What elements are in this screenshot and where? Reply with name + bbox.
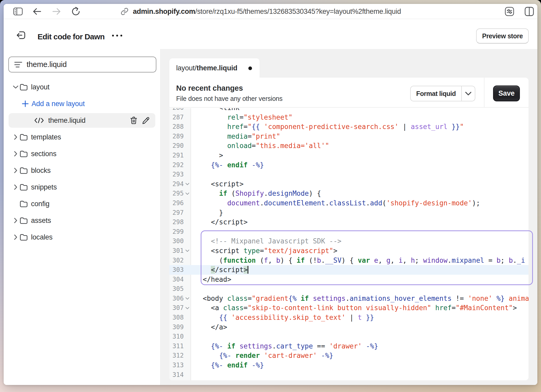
sidebar-folder-config[interactable]: config — [4, 195, 160, 212]
code-line-298[interactable]: 298 </script> — [169, 217, 528, 227]
line-content: } — [191, 208, 528, 218]
line-content: <a class="skip-to-content-link button vi… — [191, 303, 528, 313]
dot-icon — [116, 35, 118, 36]
chevron-right-icon[interactable] — [12, 168, 19, 173]
chevron-right-icon[interactable] — [12, 151, 19, 157]
code-line-313[interactable]: 313 {%- endif -%} — [169, 360, 528, 370]
format-options-button[interactable] — [462, 86, 475, 101]
chevron-right-icon[interactable] — [12, 218, 19, 223]
file-tree: layoutAdd a new layouttheme.liquidtempla… — [4, 79, 160, 246]
fold-toggle[interactable] — [184, 246, 191, 256]
code-line-287[interactable]: 287 rel="stylesheet" — [169, 113, 528, 122]
line-number: 311 — [169, 341, 184, 351]
sidebar-folder-templates[interactable]: templates — [4, 129, 160, 145]
fold-toggle[interactable] — [184, 294, 191, 303]
fold-toggle[interactable] — [184, 303, 191, 313]
add-new-layout-link[interactable]: Add a new layout — [4, 95, 160, 112]
page-settings-button[interactable] — [502, 4, 517, 19]
filter-icon — [14, 61, 22, 68]
code-line-312[interactable]: 312 {%- render 'cart-drawer' -%} — [169, 351, 528, 360]
sidebar-folder-snippets[interactable]: snippets — [4, 179, 160, 195]
format-liquid-button[interactable]: Format liquid — [411, 86, 462, 101]
code-editor[interactable]: 286 <link287 rel="stylesheet"288 href="{… — [169, 108, 528, 380]
sidebar-folder-locales[interactable]: locales — [4, 229, 160, 246]
sidebar-folder-blocks[interactable]: blocks — [4, 162, 160, 179]
line-content: (function (f, b) { if (!b.__SV) { var e,… — [191, 256, 528, 265]
address-bar[interactable]: admin.shopify.com/store/rzq1xu-f5/themes… — [121, 4, 401, 19]
dot-icon — [120, 35, 122, 36]
fold-toggle[interactable] — [184, 179, 191, 189]
code-line-286[interactable]: 286 <link — [169, 108, 528, 113]
rename-file-button[interactable] — [142, 112, 150, 129]
code-line-310[interactable]: 310 — [169, 332, 528, 341]
sidebar-toggle-button[interactable] — [10, 4, 26, 19]
code-line-291[interactable]: 291 > — [169, 151, 528, 160]
chevron-right-icon[interactable] — [12, 234, 19, 240]
forward-button[interactable] — [50, 4, 64, 19]
code-line-304[interactable]: 304</head> — [169, 275, 528, 284]
code-line-293[interactable]: 293 — [169, 170, 528, 179]
code-line-297[interactable]: 297 } — [169, 208, 528, 218]
sidebar-folder-assets[interactable]: assets — [4, 212, 160, 229]
line-content — [191, 284, 528, 294]
line-number: 286 — [169, 108, 184, 113]
line-content: document.documentElement.classList.add('… — [191, 198, 528, 208]
code-line-308[interactable]: 308 {{ 'accessibility.skip_to_text' | t … — [169, 313, 528, 322]
sidebar-folder-sections[interactable]: sections — [4, 145, 160, 162]
code-line-315[interactable]: 315 {%- if settings.cart_type == 'notifi… — [169, 379, 528, 380]
code-line-288[interactable]: 288 href="{{ 'component-predictive-searc… — [169, 122, 528, 132]
browser-toolbar: admin.shopify.com/store/rzq1xu-f5/themes… — [4, 4, 537, 19]
chevron-right-icon[interactable] — [12, 184, 19, 190]
sidebar-folder-layout[interactable]: layout — [4, 79, 160, 95]
code-line-307[interactable]: 307 <a class="skip-to-content-link butto… — [169, 303, 528, 313]
fold-chevron-icon — [185, 297, 189, 300]
save-button[interactable]: Save — [493, 85, 520, 101]
code-line-311[interactable]: 311 {%- if settings.cart_type == 'drawer… — [169, 341, 528, 351]
code-line-309[interactable]: 309 </a> — [169, 322, 528, 332]
code-line-299[interactable]: 299 — [169, 227, 528, 237]
line-number: 305 — [169, 284, 184, 294]
back-button[interactable] — [30, 4, 44, 19]
folder-label: snippets — [31, 183, 57, 191]
chevron-right-icon — [14, 134, 17, 140]
tab-theme-liquid[interactable]: layout/theme.liquid — [169, 58, 260, 78]
editor-card: No recent changes File does not have any… — [169, 78, 528, 380]
chevron-down-icon[interactable] — [12, 85, 19, 89]
folder-icon — [19, 233, 28, 241]
sidebar-file-theme.liquid[interactable]: theme.liquid — [9, 112, 155, 129]
folder-icon — [19, 83, 28, 91]
fold-spacer — [184, 236, 191, 246]
code-line-295[interactable]: 295 if (Shopify.designMode) { — [169, 189, 528, 198]
versions-subtext: File does not have any other versions — [176, 95, 282, 102]
delete-file-button[interactable] — [130, 112, 138, 129]
code-line-302[interactable]: 302 (function (f, b) { if (!b.__SV) { va… — [169, 256, 528, 265]
fold-spacer — [184, 351, 191, 360]
code-line-305[interactable]: 305 — [169, 284, 528, 294]
file-search-input[interactable]: theme.liquid — [8, 57, 156, 72]
fold-spacer — [184, 122, 191, 132]
code-line-290[interactable]: 290 onload="this.media='all'" — [169, 141, 528, 151]
more-actions-button[interactable] — [108, 28, 126, 43]
line-content: <!-- Mixpanel Javascript SDK --> — [191, 236, 528, 246]
chevron-right-icon[interactable] — [12, 134, 19, 140]
code-line-314[interactable]: 314 — [169, 370, 528, 380]
exit-button[interactable] — [14, 28, 28, 42]
line-number: 314 — [169, 370, 184, 380]
code-line-294[interactable]: 294 <script> — [169, 179, 528, 189]
code-line-296[interactable]: 296 document.documentElement.classList.a… — [169, 198, 528, 208]
fold-toggle[interactable] — [184, 189, 191, 198]
code-line-306[interactable]: 306<body class="gradient{% if settings.a… — [169, 294, 528, 303]
folder-icon — [19, 150, 28, 158]
fold-spacer — [184, 332, 191, 341]
code-line-300[interactable]: 300 <!-- Mixpanel Javascript SDK --> — [169, 236, 528, 246]
line-content: {%- if settings.cart_type == 'notificati… — [191, 379, 528, 380]
code-line-301[interactable]: 301 <script type="text/javascript"> — [169, 246, 528, 256]
link-icon — [121, 8, 128, 15]
split-view-button[interactable] — [522, 4, 537, 19]
reload-button[interactable] — [69, 4, 83, 19]
code-line-292[interactable]: 292 {%- endif -%} — [169, 160, 528, 170]
format-liquid-split-button: Format liquid — [410, 86, 475, 101]
code-line-289[interactable]: 289 media="print" — [169, 132, 528, 141]
preview-store-button[interactable]: Preview store — [476, 28, 529, 44]
code-line-303[interactable]: 303 </script> — [169, 265, 528, 275]
